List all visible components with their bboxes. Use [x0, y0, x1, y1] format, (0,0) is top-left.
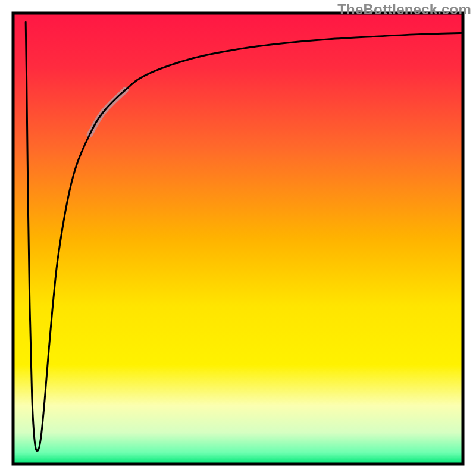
- bottleneck-chart: TheBottleneck.com: [0, 0, 476, 476]
- attribution-label: TheBottleneck.com: [337, 1, 471, 18]
- chart-svg: [0, 0, 476, 476]
- gradient-background: [13, 13, 463, 464]
